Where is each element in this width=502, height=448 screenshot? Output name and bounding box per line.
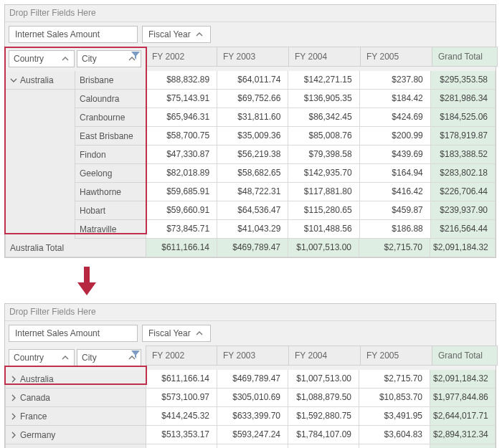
data-cell: $3,491.95 <box>359 407 430 426</box>
column-header[interactable]: FY 2004 <box>289 345 361 366</box>
data-cell: $1,088,879.50 <box>288 389 359 407</box>
grand-total-cell: $281,986.34 <box>431 90 496 108</box>
filter-icon[interactable] <box>131 351 140 359</box>
table-row: Findon$47,330.87$56,219.38$79,398.58$439… <box>5 146 496 164</box>
row-header-city[interactable]: Brisbane <box>75 71 146 90</box>
column-field-fiscal-year[interactable]: Fiscal Year <box>142 325 211 342</box>
row-header-city[interactable]: Findon <box>75 146 146 164</box>
data-field-internet-sales[interactable]: Internet Sales Amount <box>9 26 138 43</box>
pivot-grid-expanded: Drop Filter Fields Here Internet Sales A… <box>4 4 496 258</box>
data-cell: $58,700.75 <box>146 127 217 146</box>
table-row: Matraville$73,845.71$41,043.29$101,488.5… <box>5 220 496 239</box>
grand-total-cell: $283,802.18 <box>431 164 496 183</box>
sort-asc-icon <box>61 54 70 63</box>
data-cell: $59,685.91 <box>146 183 217 201</box>
row-header-country[interactable]: France <box>5 407 146 426</box>
data-cell: $73,845.71 <box>146 220 217 239</box>
row-header-city[interactable]: Geelong <box>75 164 146 183</box>
filter-drop-area[interactable]: Drop Filter Fields Here <box>5 304 496 321</box>
column-header[interactable]: FY 2003 <box>217 345 289 366</box>
column-header[interactable]: FY 2002 <box>146 345 217 366</box>
filter-drop-area[interactable]: Drop Filter Fields Here <box>5 5 496 22</box>
sort-asc-icon <box>61 353 70 362</box>
subtotal-cell: $2,091,184.32 <box>430 239 496 257</box>
data-field-label: Internet Sales Amount <box>15 29 100 39</box>
row-header-country[interactable]: Germany <box>5 426 146 444</box>
row-header-country-span <box>5 90 75 108</box>
data-cell: $115,280.65 <box>288 201 359 220</box>
grand-total-cell: $239,937.90 <box>431 201 496 220</box>
row-header-country-span <box>5 201 75 220</box>
row-header-city[interactable]: Caloundra <box>75 90 146 108</box>
data-cell: $424.69 <box>360 108 431 127</box>
row-header-country-span <box>5 127 75 146</box>
sort-asc-icon <box>195 30 204 39</box>
data-cell: $4,221.41 <box>359 444 430 448</box>
row-field-country[interactable]: Country <box>9 349 75 366</box>
row-header-city[interactable]: Cranbourne <box>75 108 146 127</box>
column-header[interactable]: FY 2003 <box>217 47 289 67</box>
collapse-icon[interactable] <box>10 77 17 84</box>
column-header-grand-total[interactable]: Grand Total <box>432 47 498 67</box>
column-header-grand-total[interactable]: Grand Total <box>432 345 498 366</box>
pivot-grid-collapsed: Drop Filter Fields Here Internet Sales A… <box>4 303 496 448</box>
data-field-label: Internet Sales Amount <box>15 328 100 338</box>
row-header-city[interactable]: Hobart <box>75 201 146 220</box>
row-header-country[interactable]: Canada <box>5 389 146 407</box>
subtotal-cell: $2,715.70 <box>359 239 430 257</box>
grand-total-cell: $3,391,712.21 <box>430 444 496 448</box>
grand-total-cell: $1,977,844.86 <box>430 389 496 407</box>
expand-icon[interactable] <box>10 394 17 401</box>
row-field-city[interactable]: City <box>77 349 141 366</box>
data-cell: $1,007,513.00 <box>288 370 359 389</box>
expand-icon[interactable] <box>10 376 17 383</box>
row-header-country-span <box>5 164 75 183</box>
data-cell: $184.42 <box>360 90 431 108</box>
subtotal-cell: $469,789.47 <box>217 239 288 257</box>
row-header-label: Canada <box>20 393 50 403</box>
data-cell: $82,018.89 <box>146 164 217 183</box>
row-header-label: Australia <box>20 374 54 384</box>
row-field-country[interactable]: Country <box>9 50 75 67</box>
data-cell: $237.80 <box>360 71 431 90</box>
row-field-city[interactable]: City <box>77 50 141 67</box>
table-row: Cranbourne$65,946.31$31,811.60$86,342.45… <box>5 108 496 127</box>
row-header-country[interactable]: Australia <box>5 370 146 389</box>
data-cell: $48,722.31 <box>217 183 288 201</box>
subtotal-row: Australia Total$611,166.14$469,789.47$1,… <box>5 239 496 257</box>
row-header-country-span <box>5 108 75 127</box>
row-header-city[interactable]: Matraville <box>75 220 146 239</box>
row-header-country[interactable]: United Kingdom <box>5 444 146 448</box>
table-row: Hobart$59,660.91$64,536.47$115,280.65$45… <box>5 201 496 220</box>
subtotal-label[interactable]: Australia Total <box>5 239 146 257</box>
row-header-country[interactable]: Australia <box>5 71 75 90</box>
grand-total-cell: $2,091,184.32 <box>430 370 496 389</box>
column-header[interactable]: FY 2004 <box>289 47 361 67</box>
data-cell: $469,789.47 <box>217 370 288 389</box>
column-header[interactable]: FY 2005 <box>361 47 432 67</box>
subtotal-cell: $1,007,513.00 <box>288 239 359 257</box>
row-header-country-span <box>5 183 75 201</box>
sort-asc-icon <box>195 329 204 338</box>
data-cell: $305,010.69 <box>217 389 288 407</box>
expand-icon[interactable] <box>10 432 17 439</box>
table-row: Australia$611,166.14$469,789.47$1,007,51… <box>5 370 496 389</box>
data-cell: $1,784,107.09 <box>288 426 359 444</box>
column-header[interactable]: FY 2002 <box>146 47 217 67</box>
data-cell: $550,507.33 <box>146 444 217 448</box>
column-field-fiscal-year[interactable]: Fiscal Year <box>142 26 211 43</box>
expand-icon[interactable] <box>10 413 17 420</box>
data-cell: $136,905.35 <box>288 90 359 108</box>
data-cell: $117,881.80 <box>288 183 359 201</box>
data-field-internet-sales[interactable]: Internet Sales Amount <box>9 325 138 342</box>
data-cell: $3,604.83 <box>359 426 430 444</box>
data-cell: $459.87 <box>360 201 431 220</box>
data-cell: $573,100.97 <box>146 389 217 407</box>
row-header-city[interactable]: Hawthorne <box>75 183 146 201</box>
row-field-label: Country <box>14 353 44 363</box>
filter-icon[interactable] <box>131 52 140 60</box>
table-row: United Kingdom$550,507.33$696,594.97$2,1… <box>5 444 496 448</box>
column-header[interactable]: FY 2005 <box>361 345 432 366</box>
row-header-city[interactable]: East Brisbane <box>75 127 146 146</box>
data-cell: $611,166.14 <box>146 370 217 389</box>
